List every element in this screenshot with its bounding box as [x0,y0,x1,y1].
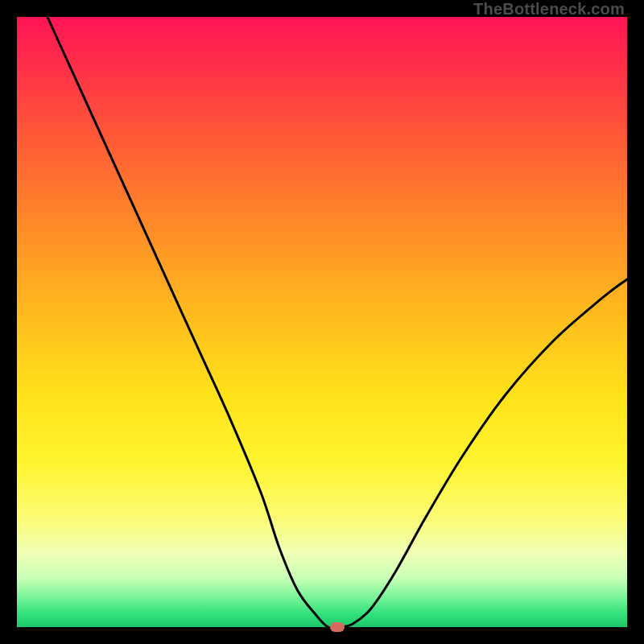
chart-line [17,17,627,627]
chart-frame: TheBottleneck.com [0,0,644,644]
chart-marker [330,622,345,632]
watermark-text: TheBottleneck.com [473,0,625,19]
